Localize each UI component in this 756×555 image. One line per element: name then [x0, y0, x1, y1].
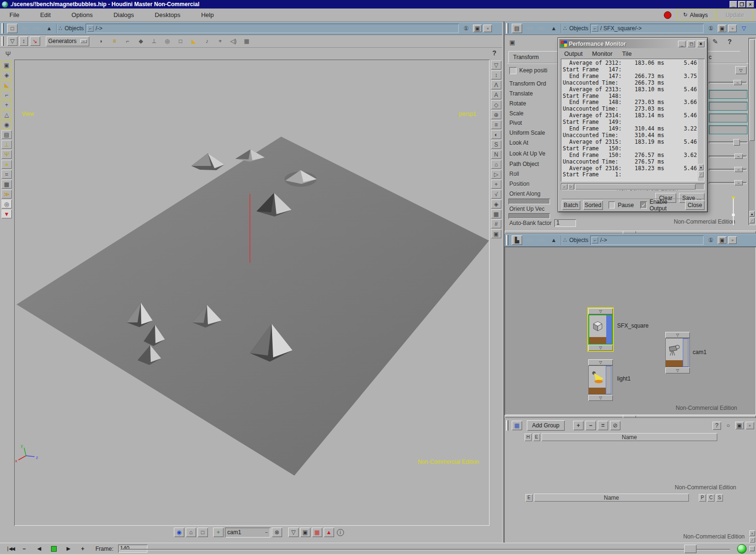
handle-tool-icon[interactable]: ◇: [491, 100, 501, 109]
light-tool-icon[interactable]: ◣: [1, 80, 12, 89]
switch-type-icon[interactable]: ▦: [241, 37, 252, 46]
pivot-tool-icon[interactable]: ⊕: [491, 110, 501, 119]
star-tool-icon[interactable]: ∗: [1, 160, 12, 169]
bookmark-icon[interactable]: ▲: [549, 235, 559, 245]
menu-item[interactable]: Desktops: [150, 11, 185, 18]
close-icon[interactable]: ×: [747, 1, 754, 8]
pane-split-icon[interactable]: ▣: [473, 25, 481, 32]
param-scrollbar[interactable]: ▲ ∕: [748, 38, 756, 225]
menu-item[interactable]: Edit: [35, 11, 55, 18]
path-up-icon[interactable]: ⌐: [592, 237, 598, 243]
update-button[interactable]: Update: [716, 9, 753, 20]
play-tool-icon[interactable]: ▷: [491, 170, 501, 179]
menu-item[interactable]: File: [5, 11, 24, 18]
panel-tool-icon[interactable]: ▣: [491, 229, 501, 238]
camera-view-icon[interactable]: ◉: [174, 528, 184, 537]
dialog-menu-item[interactable]: Tile: [617, 50, 636, 57]
node-render-flag[interactable]: [589, 337, 606, 344]
audio-type-icon[interactable]: ♪: [202, 37, 212, 46]
dialog-minimize-icon[interactable]: _: [678, 41, 686, 47]
bone-type-icon[interactable]: ⌐: [122, 37, 133, 46]
node-input-connector[interactable]: ▽: [588, 359, 613, 365]
perf-output-area[interactable]: Average of 2312: 183.06 ms 5.46Start Fra…: [561, 59, 704, 182]
frame-slider-track[interactable]: [120, 549, 730, 550]
node-body[interactable]: [588, 365, 613, 395]
link-badge-icon[interactable]: ①: [461, 24, 471, 33]
window-titlebar[interactable]: ./scenes/!bench/magnetbubbles.hip - Houd…: [0, 0, 756, 9]
node-output-connector[interactable]: ▽: [588, 345, 613, 351]
scrollbar-thumb[interactable]: [749, 39, 755, 141]
group-help-icon[interactable]: ?: [713, 422, 721, 430]
character-type-icon[interactable]: ◆: [136, 37, 146, 46]
close-button[interactable]: Close: [685, 200, 704, 210]
camera-select-dropdown[interactable]: cam1 −: [225, 528, 270, 538]
node-sfx-square[interactable]: ▽ ▽: [588, 308, 613, 351]
node-light1[interactable]: ▽ ▽: [588, 359, 613, 401]
plus-icon[interactable]: +: [573, 421, 584, 430]
pane-type-icon[interactable]: ▤: [512, 24, 522, 33]
null-tool-icon[interactable]: +: [1, 100, 12, 109]
pointer-flag-icon[interactable]: ▼: [1, 209, 12, 218]
ladder-widget[interactable]: [733, 198, 734, 225]
scroll-up-icon[interactable]: ▵: [749, 530, 755, 536]
forward-icon[interactable]: [536, 26, 547, 31]
group-pane-type-icon[interactable]: ▦: [512, 421, 522, 430]
node-input-connector[interactable]: ▽: [665, 332, 690, 338]
column-e[interactable]: E: [525, 494, 533, 502]
translate-tool-icon[interactable]: ↕: [491, 70, 501, 79]
frame-back-icon[interactable]: −: [21, 546, 27, 552]
menu-item[interactable]: Dialogs: [109, 11, 138, 18]
normal-tool-icon[interactable]: N: [491, 150, 501, 159]
generators-dropdown[interactable]: Generators −: [46, 36, 89, 46]
pane-float-icon[interactable]: ▫: [746, 422, 754, 429]
pane-grip[interactable]: [506, 420, 508, 431]
home-tool-icon[interactable]: ⌂: [491, 160, 501, 169]
render-flag-icon[interactable]: ▲: [324, 528, 334, 537]
gem-tool-icon[interactable]: ◈: [491, 199, 501, 208]
param-field[interactable]: [709, 102, 747, 111]
link-badge-icon[interactable]: ①: [705, 24, 716, 33]
play-icon[interactable]: ▶: [65, 546, 72, 552]
reverse-play-icon[interactable]: ◀: [36, 546, 43, 552]
node-display-flag[interactable]: [683, 338, 688, 367]
light-type-icon[interactable]: ◣: [189, 37, 199, 46]
pause-checkbox[interactable]: [609, 201, 615, 208]
performance-monitor-dialog[interactable]: Performance Monitor _ □ × OutputMonitorT…: [558, 38, 707, 212]
scroll-slash-icon[interactable]: ∕: [749, 217, 755, 223]
back-icon[interactable]: [19, 26, 30, 31]
param-help-icon[interactable]: ?: [728, 38, 732, 45]
always-update-button[interactable]: ↻ Always: [677, 9, 714, 20]
target-type-icon[interactable]: ◎: [162, 37, 172, 46]
node-render-flag[interactable]: [589, 388, 606, 394]
toolbar-grip[interactable]: [1, 36, 4, 46]
column-h[interactable]: H: [524, 434, 532, 441]
frame-forward-icon[interactable]: +: [79, 546, 86, 552]
param-field[interactable]: [709, 90, 747, 99]
null-type-icon[interactable]: +: [215, 37, 225, 46]
node-display-flag[interactable]: [606, 315, 612, 344]
menu-item[interactable]: Help: [197, 11, 219, 18]
select-mode-icon[interactable]: ▽: [7, 36, 17, 46]
bars-tool-icon[interactable]: =: [1, 170, 12, 179]
text-tool-icon[interactable]: A: [491, 90, 501, 99]
node-render-flag[interactable]: [666, 360, 683, 367]
info-icon[interactable]: i: [335, 529, 345, 536]
order-dropdown-icon[interactable]: ▽: [735, 66, 747, 74]
enable-output-checkbox[interactable]: ✓: [640, 201, 646, 208]
node-display-flag[interactable]: [606, 366, 611, 394]
back-icon[interactable]: [524, 26, 534, 31]
render-region-icon[interactable]: ▣: [300, 528, 310, 537]
radio-icon[interactable]: ○: [723, 421, 733, 430]
hash-tool-icon[interactable]: #: [491, 219, 501, 228]
menu-item[interactable]: Options: [67, 11, 97, 18]
geo-tool-icon[interactable]: ▤: [1, 130, 12, 139]
pane-split-icon[interactable]: ▣: [735, 422, 744, 429]
stop-playback-icon[interactable]: [50, 546, 58, 552]
path-up-icon[interactable]: ⌐: [87, 25, 94, 32]
forward-icon[interactable]: [32, 26, 42, 31]
geometry-type-icon[interactable]: ◗: [96, 37, 106, 46]
pencil-icon[interactable]: ✎: [713, 38, 718, 45]
realtime-toggle-icon[interactable]: [737, 544, 747, 554]
restore-icon[interactable]: ❐: [738, 1, 746, 8]
auto-bank-field[interactable]: 1: [554, 219, 576, 227]
